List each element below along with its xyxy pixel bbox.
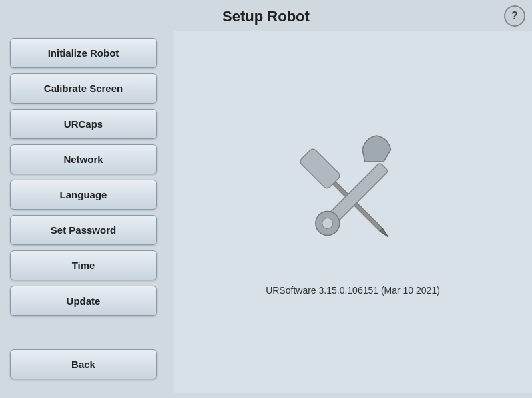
right-panel: URSoftware 3.15.0.106151 (Mar 10 2021) [174,31,532,393]
set-password-button[interactable]: Set Password [10,215,157,245]
network-button[interactable]: Network [10,144,157,174]
svg-marker-2 [380,228,390,238]
help-button[interactable]: ? [504,5,525,27]
update-button[interactable]: Update [10,286,157,316]
calibrate-screen-button[interactable]: Calibrate Screen [10,73,157,104]
main-content: Initialize RobotCalibrate ScreenURCapsNe… [0,31,532,393]
page-title: Setup Robot [222,8,310,25]
initialize-robot-button[interactable]: Initialize Robot [10,38,157,68]
tools-icon [280,128,427,275]
urcaps-button[interactable]: URCaps [10,109,157,139]
language-button[interactable]: Language [10,180,157,210]
back-button[interactable]: Back [10,349,157,379]
page-header: Setup Robot ? [0,0,532,31]
nav-buttons: Initialize RobotCalibrate ScreenURCapsNe… [10,38,164,316]
back-button-container: Back [10,349,164,386]
version-text: URSoftware 3.15.0.106151 (Mar 10 2021) [266,285,440,296]
sidebar: Initialize RobotCalibrate ScreenURCapsNe… [0,31,174,393]
time-button[interactable]: Time [10,250,157,280]
